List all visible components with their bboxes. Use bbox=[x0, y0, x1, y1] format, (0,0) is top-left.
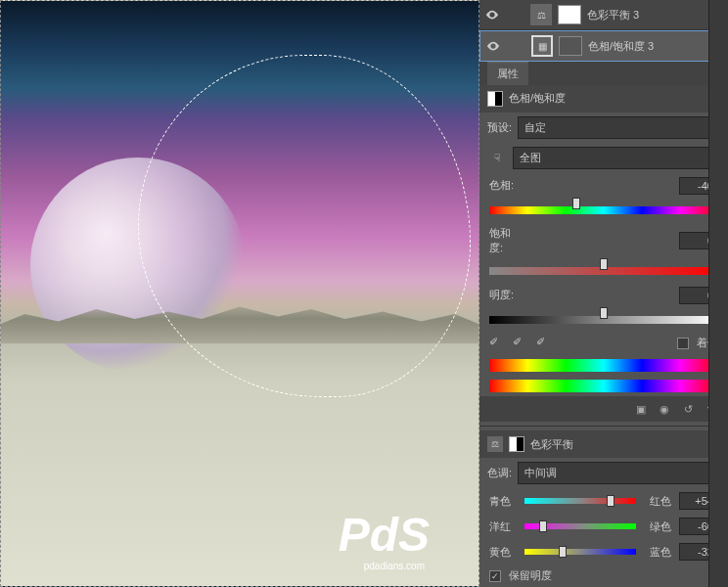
layer-name: 色相/饱和度 3 bbox=[588, 39, 654, 54]
tone-dropdown[interactable]: 中间调▾ bbox=[518, 462, 720, 484]
preset-label: 预设: bbox=[487, 120, 512, 135]
adjustment-icon bbox=[509, 436, 524, 452]
yellow-blue-row: 黄色 蓝色 bbox=[479, 539, 728, 564]
magenta-green-row: 洋红 绿色 bbox=[479, 514, 728, 539]
layer-mask[interactable] bbox=[558, 5, 581, 24]
cyan-red-slider[interactable] bbox=[524, 498, 636, 504]
view-prev-icon[interactable]: ◉ bbox=[656, 400, 673, 418]
lightness-label: 明度: bbox=[489, 288, 524, 302]
spectrum-bottom bbox=[489, 380, 718, 392]
scrubby-icon[interactable]: ☟ bbox=[487, 149, 507, 166]
colorize-checkbox[interactable] bbox=[677, 338, 689, 349]
layer-mask[interactable] bbox=[559, 36, 582, 56]
range-row: ☟ 全图▾ bbox=[479, 143, 728, 173]
layer-hue-saturation[interactable]: ▦ 色相/饱和度 3 bbox=[479, 30, 728, 62]
layer-color-balance[interactable]: ⚖ 色彩平衡 3 bbox=[479, 0, 728, 30]
hue-row: 色相: bbox=[479, 173, 728, 199]
range-dropdown[interactable]: 全图▾ bbox=[513, 147, 720, 169]
cyan-red-row: 青色 红色 bbox=[479, 488, 728, 514]
eyedropper-row: ✐ ✐ ✐ 着色 bbox=[479, 332, 728, 355]
tone-label: 色调: bbox=[487, 466, 512, 480]
eyedropper-add-icon[interactable]: ✐ bbox=[513, 336, 528, 351]
lightness-row: 明度: bbox=[479, 283, 728, 308]
huesat-icon: ▦ bbox=[531, 35, 553, 57]
watermark-url: pdadians.com bbox=[364, 561, 425, 571]
saturation-row: 饱和度: bbox=[479, 222, 728, 259]
saturation-label: 饱和度: bbox=[489, 226, 524, 255]
balance-icon: ⚖ bbox=[530, 4, 552, 25]
right-panels: ⚖ 色彩平衡 3 ▦ 色相/饱和度 3 属性 ≡ 色相/饱和度 预设: 自定▾ … bbox=[479, 0, 728, 587]
preserve-lum-checkbox[interactable]: ✓ bbox=[489, 570, 501, 582]
hue-slider[interactable] bbox=[489, 203, 718, 218]
lightness-slider[interactable] bbox=[489, 312, 718, 328]
eyedropper-sub-icon[interactable]: ✐ bbox=[536, 336, 552, 351]
adjustment-title-row: 色相/饱和度 bbox=[479, 85, 728, 113]
balance-icon: ⚖ bbox=[487, 436, 503, 452]
saturation-slider[interactable] bbox=[489, 263, 718, 279]
visibility-toggle[interactable] bbox=[485, 8, 499, 22]
tone-row: 色调: 中间调▾ bbox=[479, 458, 728, 488]
preserve-luminosity-row: ✓ 保留明度 bbox=[479, 564, 728, 587]
preserve-lum-label: 保留明度 bbox=[509, 568, 552, 583]
hue-label: 色相: bbox=[489, 178, 524, 193]
preset-dropdown[interactable]: 自定▾ bbox=[518, 116, 720, 139]
magenta-green-slider[interactable] bbox=[524, 523, 636, 529]
visibility-toggle[interactable] bbox=[486, 39, 500, 53]
eyedropper-icon[interactable]: ✐ bbox=[489, 336, 505, 351]
color-balance-title: 色彩平衡 bbox=[530, 437, 573, 452]
dock-strip[interactable] bbox=[708, 0, 728, 587]
clip-icon[interactable]: ▣ bbox=[632, 400, 650, 418]
properties-header: 属性 ≡ bbox=[479, 62, 728, 85]
watermark-text: PdS bbox=[339, 508, 430, 562]
panel-footer: ▣ ◉ ↺ 🗑 bbox=[479, 396, 728, 422]
canvas-viewport[interactable]: PdS pdadians.com bbox=[0, 0, 479, 587]
tab-properties[interactable]: 属性 bbox=[487, 62, 528, 85]
yellow-blue-slider[interactable] bbox=[524, 549, 636, 555]
preset-row: 预设: 自定▾ bbox=[479, 113, 728, 143]
adjustment-icon bbox=[487, 91, 503, 107]
layer-name: 色彩平衡 3 bbox=[587, 8, 639, 23]
adjustment-title: 色相/饱和度 bbox=[509, 91, 566, 106]
color-balance-title-row: ⚖ 色彩平衡 bbox=[479, 430, 728, 458]
reset-icon[interactable]: ↺ bbox=[679, 400, 697, 418]
spectrum-top bbox=[489, 359, 718, 372]
